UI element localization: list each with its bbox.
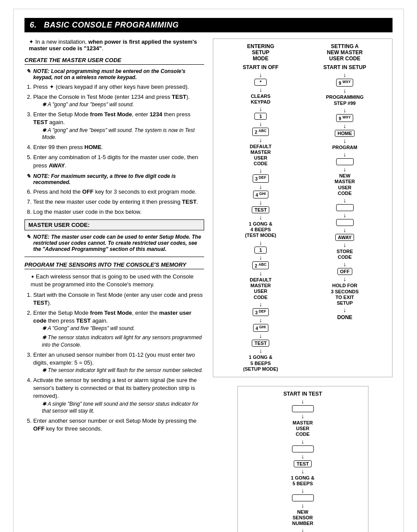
create-steps-list: Press ✦ (clears keypad if any other keys…: [24, 83, 204, 170]
sensor-flow: START IN TEST ↓ ↓ MASTERUSERCODE ↓ ↓ TES…: [243, 391, 363, 532]
master-code-box: MASTER USER CODE:: [24, 219, 204, 230]
label-gong5: 1 GONG &5 BEEPS(SETUP MODE): [243, 355, 278, 372]
prog-step-3: Enter an unused sensor number from 01-12…: [33, 351, 204, 374]
right-column: ENTERINGSETUPMODE SETTING ANEW MASTERUSE…: [208, 38, 393, 532]
key-4ghi-b: 4 GHI: [253, 324, 268, 332]
step-1: Press ✦ (clears keypad if any other keys…: [33, 83, 204, 91]
sensor-label-master: MASTERUSERCODE: [292, 420, 313, 438]
sub-note-2: A "gong" and five "beeps" will sound. Th…: [42, 127, 204, 142]
step-7: Test the new master user code by enterin…: [33, 198, 204, 206]
step-2: Place the Console in Test Mode (enter 12…: [33, 93, 204, 108]
label-gong4: 1 GONG &4 BEEPS(TEST MODE): [245, 221, 277, 239]
setting-col-title: SETTING ANEW MASTERUSER CODE: [314, 43, 375, 62]
prog-sub-note-1: A "Gong" and five "Beeps" will sound.: [42, 325, 204, 332]
create-note1: NOTE: Local programming must be entered …: [24, 68, 204, 80]
key-2abc-a: 2 ABC: [252, 128, 269, 136]
key-star: *: [254, 79, 267, 86]
entering-flow: START IN OFF ↓ * ↓ CLEARSKEYPAD ↓ 1 ↓ 2 …: [230, 64, 291, 372]
key-test-a: TEST: [252, 206, 269, 213]
sensor-key-blank3: [292, 494, 314, 501]
entering-col-title: ENTERINGSETUPMODE: [230, 43, 291, 62]
arrow1: ↓: [259, 72, 262, 78]
left-column: In a new installation, when power is fir…: [24, 38, 208, 532]
key-off: OFF: [337, 268, 352, 275]
label-prog-step: PROGRAMMINGSTEP #99: [326, 94, 364, 106]
step-3: Enter the Setup Mode from Test Mode, ent…: [33, 111, 204, 141]
sensor-key-blank2: [292, 445, 314, 452]
key-home: HOME: [335, 130, 354, 137]
key-1a: 1: [254, 113, 267, 120]
prog-step-1: Start with the Console in Test Mode (ent…: [33, 291, 204, 307]
label-program: PROGRAM: [332, 145, 357, 150]
sensor-key-blank1: [292, 405, 314, 412]
key-4ghi-a: 4 GHI: [253, 191, 268, 198]
key-2abc-b: 2 ABC: [252, 261, 269, 269]
section-title: BASIC CONSOLE PROGRAMMING: [44, 21, 179, 29]
key-blank2: [336, 204, 354, 211]
prog-sub-note-4: A single "Bing" tone will sound and the …: [42, 400, 204, 415]
intro-text: In a new installation, when power is fir…: [24, 38, 204, 52]
label-new-master: NEWMASTERUSERCODE: [335, 173, 355, 196]
create-steps-list2: Press and hold the OFF key for 3 seconds…: [24, 188, 204, 216]
key-3def-a: 3 DEF: [253, 174, 269, 182]
entering-diagram: ENTERINGSETUPMODE SETTING ANEW MASTERUSE…: [213, 38, 393, 377]
key-9wxy-b: 9 WXY: [336, 114, 353, 122]
key-test-b: TEST: [252, 340, 269, 347]
prog-step-4: Activate the sensor by sending a test or…: [33, 376, 204, 415]
sensor-diagram: START IN TEST ↓ ↓ MASTERUSERCODE ↓ ↓ TES…: [237, 386, 368, 532]
key-9wxy-a: 9 WXY: [336, 79, 353, 87]
label-default2: DEFAULTMASTERUSERCODE: [250, 277, 271, 300]
setting-done: DONE: [337, 314, 352, 320]
prog-step-5: Enter another sensor number or exit Setu…: [33, 417, 204, 433]
key-blank1: [336, 158, 354, 165]
label-clears: CLEARSKEYPAD: [251, 94, 271, 105]
step-4: Enter 99 then press HOME.: [33, 143, 204, 151]
section-number: 6.: [30, 21, 37, 29]
label-hold: HOLD FOR3 SECONDSTO EXITSETUP: [331, 283, 359, 306]
step-5: Enter any combination of 1-5 digits for …: [33, 153, 204, 169]
key-1b: 1: [254, 247, 267, 254]
section-header: 6. BASIC CONSOLE PROGRAMMING: [24, 18, 393, 32]
key-3def-b: 3 DEF: [253, 308, 269, 316]
sensor-key-test: TEST: [294, 460, 311, 467]
step-8: Log the master user code in the box belo…: [33, 208, 204, 216]
setting-flow: START IN SETUP ↓ 9 WXY ↓ PROGRAMMINGSTEP…: [314, 64, 375, 372]
diag-header-row: ENTERINGSETUPMODE SETTING ANEW MASTERUSE…: [219, 43, 387, 62]
step-6: Press and hold the OFF key for 3 seconds…: [33, 188, 204, 196]
prog-step-2: Enter the Setup Mode from Test Mode, ent…: [33, 309, 204, 349]
prog-sub-note-3: The sensor indicator light will flash fo…: [42, 367, 204, 374]
prog-sub-note-2: The sensor status indicators will light …: [42, 334, 204, 349]
sensor-label-new-sensor: NEWSENSORNUMBER: [292, 509, 313, 527]
program-steps: Start with the Console in Test Mode (ent…: [24, 291, 204, 433]
program-section-title: PROGRAM THE SENSORS INTO THE CONSOLE'S M…: [24, 261, 204, 269]
key-blank3: [336, 219, 354, 226]
diag-cols: START IN OFF ↓ * ↓ CLEARSKEYPAD ↓ 1 ↓ 2 …: [219, 64, 387, 372]
entering-start: START IN OFF: [243, 64, 278, 70]
program-bullet-1: Each wireless sensor that is going to be…: [31, 273, 204, 289]
create-section-title: CREATE THE MASTER USER CODE: [24, 57, 204, 65]
sub-note-1: A "gong" and four "beeps" will sound.: [42, 101, 204, 108]
setting-start: START IN SETUP: [323, 64, 366, 70]
label-default1: DEFAULTMASTERUSERCODE: [250, 144, 271, 167]
sensor-start: START IN TEST: [283, 391, 322, 397]
create-note2: NOTE: For maximum security, a three to f…: [24, 173, 204, 185]
sensor-label-gong5: 1 GONG &5 BEEPS: [291, 475, 315, 487]
program-bullets: Each wireless sensor that is going to be…: [24, 273, 204, 289]
create-note3: NOTE: The master user code can be used t…: [24, 234, 204, 252]
label-store-code: STORECODE: [337, 249, 353, 260]
key-away: AWAY: [335, 234, 354, 241]
